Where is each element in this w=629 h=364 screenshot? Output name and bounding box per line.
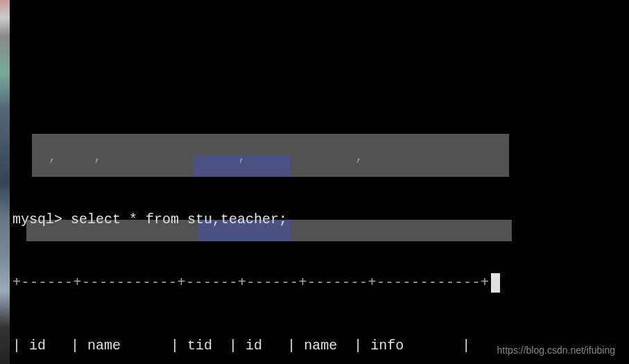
- col-header: name: [304, 338, 337, 354]
- col-header: id: [29, 338, 46, 354]
- terminal-line: , , , ,: [12, 146, 629, 167]
- sql-query: select * from stu,teacher;: [71, 211, 287, 227]
- table-separator: +------+-----------+------+------+------…: [12, 272, 629, 293]
- cursor: [491, 273, 500, 293]
- mysql-prompt: mysql>: [12, 211, 62, 227]
- sidebar-sliver: [0, 0, 10, 364]
- watermark-text: https://blog.csdn.net/ifubing: [497, 345, 615, 356]
- col-header: info: [370, 338, 404, 354]
- col-header: id: [245, 338, 262, 354]
- col-header: tid: [187, 338, 212, 354]
- terminal-area[interactable]: , , , , mysql> select * from stu,teacher…: [10, 0, 629, 364]
- col-header: name: [87, 338, 121, 354]
